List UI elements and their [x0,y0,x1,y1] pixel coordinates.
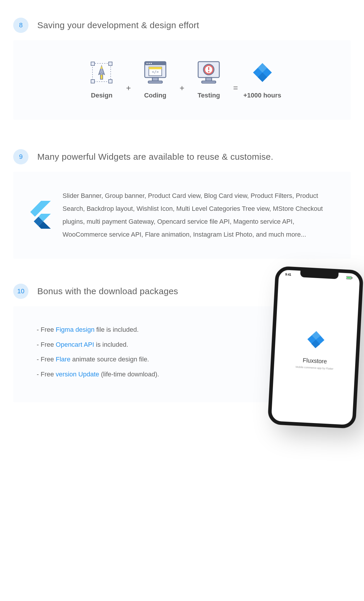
svg-rect-24 [347,277,351,279]
svg-rect-12 [149,67,162,69]
svg-rect-2 [109,62,112,65]
op-plus-2: + [180,67,184,93]
section-title-8: Saving your development & design effort [37,20,199,30]
phone-battery-icon [346,276,353,280]
card-widgets: Slider Banner, Group banner, Product Car… [13,172,351,259]
svg-rect-5 [100,75,103,79]
section-header-9: 9 Many powerful Widgets are available to… [13,149,351,164]
phone-body: 9:41 Fluxstore Mobile commerce app by Fl… [267,266,364,429]
link-version[interactable]: version Update [56,371,99,378]
effort-coding-label: Coding [144,92,166,99]
effort-testing: Testing [190,61,228,99]
svg-point-20 [208,71,210,73]
section-number-10: 10 [17,287,24,295]
svg-point-10 [151,63,152,64]
effort-coding: </> Coding [136,61,174,99]
section-badge-8: 8 [13,18,28,33]
phone-app-logo-icon [305,329,327,351]
effort-design-label: Design [91,92,112,99]
design-icon [90,61,114,84]
svg-rect-7 [145,62,166,65]
svg-rect-25 [352,277,352,278]
op-plus-1: + [126,67,131,93]
diamond-icon [251,61,274,84]
svg-rect-4 [109,80,112,83]
effort-testing-label: Testing [198,92,220,99]
svg-rect-22 [202,81,216,83]
card-bonus: - Free Figma design file is included. - … [13,306,351,402]
phone-mockup: 9:41 Fluxstore Mobile commerce app by Fl… [267,266,364,429]
svg-rect-3 [91,80,95,83]
phone-time: 9:41 [285,273,291,277]
section-title-10: Bonus with the download packages [37,286,178,296]
effort-design: Design [82,61,121,99]
svg-rect-19 [208,67,209,70]
section-badge-9: 9 [13,149,28,164]
flutter-icon [28,201,51,230]
section-number-9: 9 [19,153,23,161]
coding-icon: </> [142,61,168,84]
link-figma[interactable]: Figma design [56,326,95,333]
svg-rect-14 [152,78,158,81]
svg-rect-1 [91,62,95,65]
section-header-8: 8 Saving your development & design effor… [13,18,351,33]
section-number-8: 8 [19,21,23,29]
effort-row: Design + </> Coding + [25,61,339,99]
svg-point-8 [146,63,148,64]
testing-icon [196,61,222,84]
link-flare[interactable]: Flare [56,356,70,363]
phone-app-subtitle: Mobile commerce app by Flutter [296,365,333,370]
effort-result: +1000 hours [243,61,282,99]
effort-result-label: +1000 hours [243,92,281,99]
svg-rect-21 [206,78,212,81]
link-opencart[interactable]: Opencart API [56,341,94,348]
phone-app-title: Fluxstore [296,356,334,365]
svg-point-9 [149,63,150,64]
section-badge-10: 10 [13,284,28,299]
phone-content: Fluxstore Mobile commerce app by Flutter [296,329,336,371]
op-equals: = [233,67,238,93]
svg-text:</>: </> [152,70,159,74]
card-effort: Design + </> Coding + [13,40,351,120]
section-title-9: Many powerful Widgets are available to r… [37,152,273,162]
svg-rect-15 [148,81,162,83]
widgets-body: Slider Banner, Group banner, Product Car… [63,189,330,241]
